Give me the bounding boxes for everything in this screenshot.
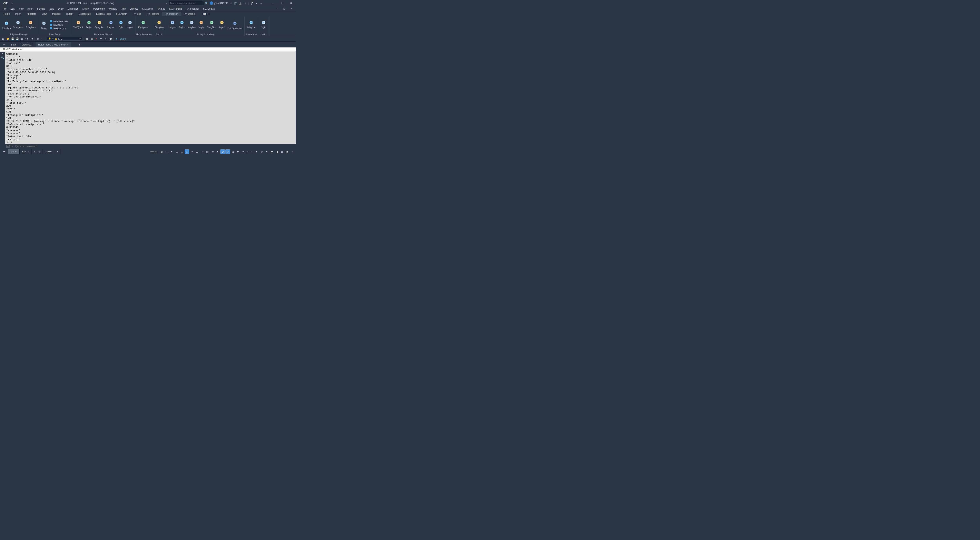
ribbon-layout-button[interactable]: Layout▼ — [126, 19, 134, 30]
hardware-icon[interactable]: ▦ — [280, 150, 285, 154]
viewport-header[interactable]: [−][Top][2D Wireframe] — [0, 48, 296, 52]
menu-help[interactable]: Help — [119, 7, 128, 11]
ribbon-tab-fxdetails[interactable]: F/X Details — [181, 12, 198, 16]
menu-express[interactable]: Express — [127, 7, 140, 11]
ribbon-newworkarea-button[interactable]: New Work Area — [49, 19, 69, 23]
ribbon-schematic-button[interactable]: Schematic▼ — [12, 19, 24, 30]
document-tab[interactable]: Rotor Precip Cross check*✕ — [35, 42, 72, 47]
add-layout-button[interactable]: + — [54, 149, 61, 155]
ribbon-tab-manage[interactable]: Manage — [49, 12, 63, 16]
anno-scale-icon[interactable]: ⚖ — [231, 150, 235, 154]
paper-plane-icon[interactable]: ➤ — [115, 37, 119, 41]
menubar-close[interactable]: ✕ — [288, 7, 295, 11]
menu-insert[interactable]: Insert — [25, 7, 35, 11]
menu-window[interactable]: Window — [107, 7, 119, 11]
share-indicator[interactable]: ▸ — [166, 2, 167, 4]
redo-icon[interactable]: ↷▾ — [29, 37, 33, 41]
layout-tab-85x11[interactable]: 8.5x11 — [20, 149, 32, 154]
model-paper-toggle[interactable]: MODEL — [150, 150, 159, 153]
menu-fxdetails[interactable]: F/X Details — [201, 7, 217, 11]
ribbon-laterals-button[interactable]: Laterals▼ — [168, 19, 177, 30]
share-label[interactable]: Share — [119, 37, 126, 40]
gear-icon[interactable]: ⚙ — [259, 150, 264, 154]
dropdown-icon[interactable]: ▾ — [215, 150, 220, 154]
ribbon-sprayarc-button[interactable]: Spray Arc▼ — [94, 19, 105, 30]
grid-icon[interactable]: ⊞ — [159, 150, 164, 154]
wrench-icon[interactable]: 🔧 — [1, 56, 4, 59]
search-input[interactable] — [169, 1, 204, 5]
3dosnap-icon[interactable]: ✧ — [190, 150, 194, 154]
ribbon-tab-annotate[interactable]: Annotate — [24, 12, 39, 16]
user-avatar-icon[interactable] — [210, 2, 213, 5]
scale-label[interactable]: 1" = 1" — [246, 150, 254, 153]
help-icon[interactable]: ❔ — [250, 2, 253, 5]
dynamic-input-icon[interactable]: ⊕ — [220, 150, 225, 154]
ribbon-tab-fxirrigation[interactable]: F/X Irrigation — [162, 12, 181, 16]
ribbon-station-button[interactable]: Station▼ — [178, 19, 186, 30]
close-tab-icon[interactable]: ✕ — [67, 43, 69, 46]
menu-dimension[interactable]: Dimension — [65, 7, 81, 11]
isolate-icon[interactable]: ◨ — [275, 150, 279, 154]
layout-hamburger-icon[interactable]: ≡ — [0, 150, 8, 153]
menu-fxadmin[interactable]: F/X Admin — [140, 7, 155, 11]
app-logo[interactable]: F/X — [1, 1, 10, 5]
transparency-icon[interactable]: ◫ — [205, 150, 210, 154]
ribbon-editequipment-button[interactable]: Edit Equipment — [227, 20, 243, 30]
ribbon-tab-output[interactable]: Output — [63, 12, 76, 16]
close-button[interactable]: ✕ — [287, 0, 295, 6]
open-file-icon[interactable]: 📂 — [6, 37, 10, 41]
save-icon[interactable]: 💾 — [11, 37, 14, 41]
minimize-button[interactable]: ─ — [269, 0, 277, 6]
ribbon-tab-expresstools[interactable]: Express Tools — [94, 12, 113, 16]
username-label[interactable]: jesse4NNSM — [215, 2, 228, 5]
chevron-down-icon[interactable]: ▾ — [243, 2, 247, 5]
menu-view[interactable]: View — [16, 7, 25, 11]
ribbon-tab-view[interactable]: View — [39, 12, 49, 16]
autodesk-icon[interactable]: ◬ — [239, 2, 242, 5]
new-tab-button[interactable]: + — [76, 42, 83, 48]
menu-draw[interactable]: Draw — [56, 7, 65, 11]
dwg-compare-icon[interactable]: ◉ — [36, 37, 40, 41]
delete-icon[interactable]: ✕ — [94, 37, 98, 41]
ribbon-turfshrub-button[interactable]: Turf/Shrub▼ — [73, 19, 84, 30]
layout-tab-24x36[interactable]: 24x36 — [43, 149, 54, 154]
ribbon-drip-button[interactable]: Drip▼ — [117, 19, 125, 30]
layout-tab-model[interactable]: Model — [8, 149, 20, 154]
menu-fxirrigation[interactable]: F/X Irrigation — [184, 7, 201, 11]
annotation-icon[interactable]: ⚲ — [225, 150, 230, 154]
notification-icon[interactable]: ● — [259, 2, 263, 5]
polar-icon[interactable]: ∟ — [180, 150, 184, 154]
ribbon-label-button[interactable]: Label▼ — [218, 19, 226, 30]
ortho-icon[interactable]: ⊥ — [175, 150, 179, 154]
ribbon-tab-fxplanting[interactable]: F/X Planting — [144, 12, 162, 16]
menu-parametric[interactable]: Parametric — [91, 7, 107, 11]
dropdown-icon[interactable]: ▾ — [264, 150, 269, 154]
ribbon-scale-button[interactable]: Scale — [40, 20, 48, 30]
menu-modify[interactable]: Modify — [81, 7, 91, 11]
lineweight-icon[interactable]: ≡ — [200, 150, 205, 154]
layers-icon[interactable]: ❄ — [99, 37, 103, 41]
otrack-icon[interactable]: ∠ — [195, 150, 199, 154]
ribbon-panel-toggle[interactable]: ▼ — [202, 13, 210, 15]
menu-fxplanting[interactable]: F/X Planting — [167, 7, 184, 11]
grid-dots-icon[interactable]: ⋮⋮ — [164, 150, 169, 154]
ribbon-tab-insert[interactable]: Insert — [13, 12, 24, 16]
match-properties-icon[interactable]: ▧ — [89, 37, 94, 41]
clean-screen-icon[interactable]: ▣ — [285, 150, 290, 154]
document-tab[interactable]: Start — [8, 42, 19, 47]
ribbon-schedules-button[interactable]: Schedules▼ — [25, 19, 36, 30]
print-icon[interactable]: 🖶 — [20, 37, 24, 41]
ribbon-tab-fxadmin[interactable]: F/X Admin — [113, 12, 130, 16]
new-file-icon[interactable]: 🗋 — [1, 37, 5, 41]
search-icon[interactable]: 🔍 — [205, 2, 208, 5]
ribbon-mainline-button[interactable]: Mainline▼ — [187, 19, 196, 30]
ribbon-help-button[interactable]: Help▼ — [259, 19, 268, 30]
menubar-minimize[interactable]: ─ — [274, 7, 281, 11]
ribbon-circuiting-button[interactable]: Circuiting▼ — [154, 19, 164, 30]
add-icon[interactable]: ✚ — [269, 150, 274, 154]
dropdown-icon[interactable]: ▾ — [241, 150, 245, 154]
undo-icon[interactable]: ↶▾ — [25, 37, 29, 41]
ribbon-irrigation-button[interactable]: Irrigation▼ — [246, 19, 256, 30]
menu-fxsite[interactable]: F/X Site — [155, 7, 167, 11]
chevron-down-icon[interactable]: ▾ — [10, 2, 14, 5]
